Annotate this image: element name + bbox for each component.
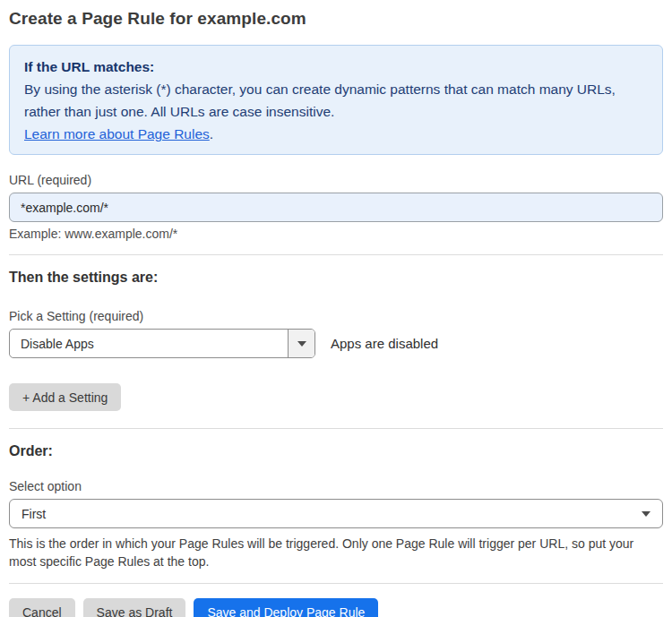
add-setting-button[interactable]: + Add a Setting — [9, 383, 121, 411]
setting-select[interactable]: Disable Apps — [9, 329, 315, 358]
settings-section-heading: Then the settings are: — [9, 270, 663, 286]
info-box-heading: If the URL matches: — [24, 56, 648, 78]
divider — [9, 254, 663, 255]
setting-select-value: Disable Apps — [10, 330, 288, 357]
select-option-label: Select option — [9, 479, 663, 493]
order-select-value: First — [22, 507, 46, 521]
url-example-helper: Example: www.example.com/* — [9, 227, 663, 241]
save-as-draft-button[interactable]: Save as Draft — [83, 598, 186, 617]
order-helper-text: This is the order in which your Page Rul… — [9, 535, 663, 570]
divider — [9, 583, 663, 584]
save-and-deploy-button[interactable]: Save and Deploy Page Rule — [194, 598, 378, 617]
page-title: Create a Page Rule for example.com — [9, 9, 663, 29]
order-select[interactable]: First — [9, 499, 663, 528]
pick-setting-label: Pick a Setting (required) — [9, 309, 663, 323]
url-field-label: URL (required) — [9, 173, 663, 187]
setting-select-arrow-button[interactable] — [288, 330, 314, 357]
footer-actions: Cancel Save as Draft Save and Deploy Pag… — [9, 598, 663, 617]
learn-more-link[interactable]: Learn more about Page Rules — [24, 126, 210, 141]
url-match-info-box: If the URL matches: By using the asteris… — [9, 45, 663, 155]
divider — [9, 428, 663, 429]
order-section-heading: Order: — [9, 443, 663, 459]
chevron-down-icon — [297, 341, 306, 347]
cancel-button[interactable]: Cancel — [9, 598, 75, 617]
info-box-body: By using the asterisk (*) character, you… — [24, 78, 648, 145]
url-input[interactable] — [9, 193, 663, 222]
chevron-down-icon — [642, 511, 650, 517]
info-box-body-text: By using the asterisk (*) character, you… — [24, 81, 616, 119]
setting-row: Disable Apps Apps are disabled — [9, 329, 663, 358]
setting-status-text: Apps are disabled — [331, 336, 438, 351]
link-suffix-period: . — [210, 126, 213, 141]
